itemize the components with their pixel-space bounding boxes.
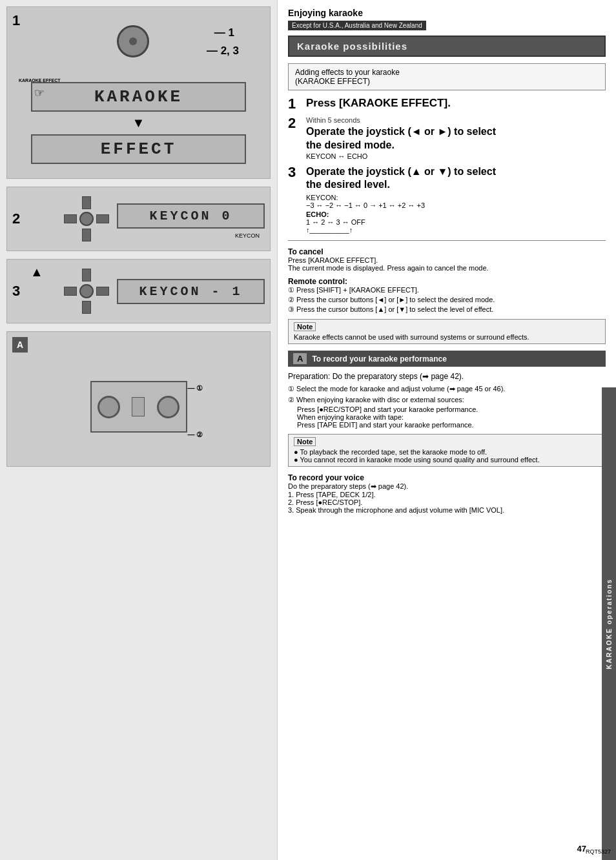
remote-title: Remote control: xyxy=(288,277,606,286)
a-left-section: A — ① — ② xyxy=(6,331,271,467)
joystick-left xyxy=(64,214,77,223)
record-voice-title: To record your voice xyxy=(288,473,606,482)
cross-joystick-3 xyxy=(64,269,109,314)
record-section-title: To record your karaoke performance xyxy=(312,354,447,363)
step3-echo-label: ECHO: xyxy=(306,210,606,218)
joystick-right-3 xyxy=(96,287,109,296)
adding-effects-text: Adding effects to your karaoke(KARAOKE E… xyxy=(295,68,400,86)
record-item2-title: ② When enjoying karaoke with disc or ext… xyxy=(288,396,606,404)
step3-keycon-values: −3 ↔ −2 ↔ −1 ↔ 0 → +1 ↔ +2 ↔ +3 xyxy=(306,201,606,209)
adding-effects-box: Adding effects to your karaoke(KARAOKE E… xyxy=(288,63,606,90)
record-item2-line1: Press [●REC/STOP] and start your karaoke… xyxy=(288,405,606,413)
page-title: Enjoying karaoke xyxy=(288,8,606,18)
step2-large: Operate the joystick (◄ or ►) to selectt… xyxy=(306,125,606,152)
except-badge: Except for U.S.A., Australia and New Zea… xyxy=(288,21,426,30)
step3-left-label: 3 xyxy=(12,283,20,300)
annotation-23: — 2, 3 xyxy=(207,45,239,57)
joystick-down xyxy=(82,229,91,241)
note1-text: Karaoke effects cannot be used with surr… xyxy=(294,333,600,341)
cancel-line2: The current mode is displayed. Press aga… xyxy=(288,264,606,272)
cross-joystick-2 xyxy=(64,196,109,241)
display-effect: EFFECT xyxy=(31,134,245,164)
joystick-center-3 xyxy=(79,284,94,298)
display-area-3: KEYCON - 1 xyxy=(117,275,265,308)
annotation-1: — 1 xyxy=(214,26,234,39)
karaoke-possibilities-header: Karaoke possibilities xyxy=(288,36,606,57)
note-label-2: Note xyxy=(294,437,316,446)
step2-row: 2 Within 5 seconds Operate the joystick … xyxy=(288,116,606,160)
prep-text: Preparation: Do the preparatory steps (➡… xyxy=(288,372,606,381)
joystick-right xyxy=(96,214,109,223)
note2-item1: ● To playback the recorded tape, set the… xyxy=(294,448,600,456)
arrow-down-icon: ▼ xyxy=(12,116,265,130)
dial-center xyxy=(129,37,137,45)
joystick-center xyxy=(79,212,94,226)
step2-content: Within 5 seconds Operate the joystick (◄… xyxy=(306,116,606,160)
step3-left-section: 3 ▲ KEYCON - 1 xyxy=(6,259,271,323)
karaoke-ops-sidebar: KARAOKE operations xyxy=(602,387,616,860)
step2-left-section: 2 KEYCON 0 KEYCON xyxy=(6,187,271,251)
cassette-center-slot xyxy=(132,397,145,416)
step1-text: Press [KARAOKE EFFECT]. xyxy=(306,97,606,110)
note-box-1: Note Karaoke effects cannot be used with… xyxy=(288,319,606,344)
step1-left-label: 1 xyxy=(12,12,20,29)
karaoke-effect-label: KARAOKE EFFECT xyxy=(19,78,61,83)
step3-echo-loop: ↑__________↑ xyxy=(306,226,606,234)
right-panel: Enjoying karaoke Except for U.S.A., Aust… xyxy=(278,0,616,860)
cancel-line1: Press [KARAOKE EFFECT]. xyxy=(288,256,606,264)
joystick-up xyxy=(82,196,91,209)
a-label-box: A xyxy=(12,337,28,353)
step2-small: Within 5 seconds xyxy=(306,116,606,124)
record-voice-item2: 2. Press [●REC/STOP]. xyxy=(288,498,606,506)
joystick-left-3 xyxy=(64,287,77,296)
top-section: 1 — 1 — 2, 3 KARAOKE EFFECT ☞ KARAOKE ▼ … xyxy=(6,6,271,179)
cassette-body-container: — ① — ② xyxy=(90,381,187,433)
record-item1: ① Select the mode for karaoke and adjust… xyxy=(288,385,606,393)
record-a-box: A xyxy=(293,353,307,364)
keycon-small-label: KEYCON xyxy=(117,232,265,239)
record-section-header: A To record your karaoke performance xyxy=(288,351,606,367)
rqt-number: RQT5327 xyxy=(586,848,611,855)
remote-item-2: ② Press the cursor buttons [◄] or [►] to… xyxy=(288,296,606,304)
karaoke-effect-area: KARAOKE EFFECT ☞ xyxy=(19,78,61,100)
step3-large: Operate the joystick (▲ or ▼) to selectt… xyxy=(306,165,606,192)
step3-row: 3 Operate the joystick (▲ or ▼) to selec… xyxy=(288,165,606,234)
karaoke-ops-text: KARAOKE operations xyxy=(606,578,613,669)
record-voice-item1: 1. Press [TAPE, DECK 1/2]. xyxy=(288,491,606,498)
remote-item-1: ① Press [SHIFT] + [KARAOKE EFFECT]. xyxy=(288,286,606,294)
remote-section: Remote control: ① Press [SHIFT] + [KARAO… xyxy=(288,277,606,314)
display-keycon-0: KEYCON 0 xyxy=(117,203,265,229)
left-panel: 1 — 1 — 2, 3 KARAOKE EFFECT ☞ KARAOKE ▼ … xyxy=(0,0,278,860)
up-arrow-icon: ▲ xyxy=(30,265,43,280)
note-label-1: Note xyxy=(294,322,316,331)
cassette-body xyxy=(90,381,187,433)
step3-echo-values: 1 ↔ 2 ↔ 3 ↔ OFF xyxy=(306,218,606,226)
joystick-down-3 xyxy=(82,301,91,314)
display-area-2: KEYCON 0 KEYCON xyxy=(117,200,265,239)
step2-left-label: 2 xyxy=(12,210,20,227)
reel-left xyxy=(98,396,120,418)
remote-item-3: ③ Press the cursor buttons [▲] or [▼] to… xyxy=(288,305,606,314)
step3-keycon-label: KEYCON: xyxy=(306,194,606,201)
cassette-annotation-2: — ② xyxy=(187,431,203,439)
record-voice-section: To record your voice Do the preparatory … xyxy=(288,473,606,514)
cassette-area: — ① — ② xyxy=(12,362,265,452)
hand-icon: ☞ xyxy=(34,86,45,100)
step1-content: Press [KARAOKE EFFECT]. xyxy=(306,97,606,110)
display-karaoke: KARAOKE xyxy=(31,82,245,112)
step3-num: 3 xyxy=(288,165,301,179)
cancel-section: To cancel Press [KARAOKE EFFECT]. The cu… xyxy=(288,247,606,272)
remote-list: ① Press [SHIFT] + [KARAOKE EFFECT]. ② Pr… xyxy=(288,286,606,314)
cassette-annotation-1: — ① xyxy=(187,384,203,393)
step1-row: 1 Press [KARAOKE EFFECT]. xyxy=(288,97,606,111)
dial-icon xyxy=(117,25,149,57)
step2-note: KEYCON ↔ ECHO xyxy=(306,152,606,160)
divider-1 xyxy=(288,240,606,241)
note2-item2: ● You cannot record in karaoke mode usin… xyxy=(294,456,600,464)
record-item2-line2: When enjoying karaoke with tape: xyxy=(288,413,606,421)
display-keycon-minus1: KEYCON - 1 xyxy=(117,279,265,304)
step2-num: 2 xyxy=(288,116,301,130)
step1-num: 1 xyxy=(288,97,301,111)
step3-content: Operate the joystick (▲ or ▼) to selectt… xyxy=(306,165,606,234)
record-voice-item3: 3. Speak through the microphone and adju… xyxy=(288,506,606,514)
